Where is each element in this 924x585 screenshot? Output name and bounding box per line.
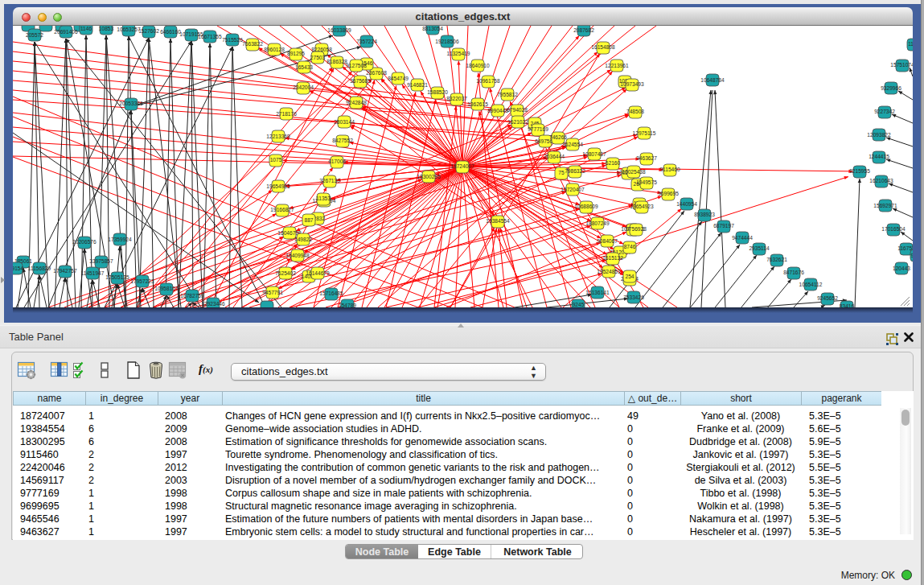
- svg-text:11451947: 11451947: [81, 270, 105, 276]
- svg-text:205572: 205572: [26, 32, 43, 38]
- svg-text:7533426: 7533426: [623, 295, 644, 300]
- svg-text:7357224: 7357224: [356, 39, 377, 44]
- svg-text:10653257: 10653257: [117, 27, 141, 32]
- svg-text:9474444: 9474444: [732, 235, 753, 241]
- svg-text:10654112: 10654112: [799, 282, 823, 287]
- svg-text:17957223: 17957223: [130, 278, 154, 284]
- svg-text:16144679: 16144679: [306, 270, 330, 276]
- svg-text:18300295: 18300295: [417, 174, 441, 179]
- svg-text:1362615: 1362615: [467, 101, 488, 107]
- svg-text:9084067: 9084067: [597, 238, 618, 244]
- svg-text:9329966: 9329966: [881, 85, 901, 91]
- svg-text:17942757: 17942757: [53, 268, 77, 274]
- svg-text:3624554: 3624554: [562, 142, 583, 147]
- svg-text:8454749: 8454749: [388, 76, 409, 81]
- svg-text:19166827: 19166827: [270, 207, 294, 212]
- svg-text:9115460: 9115460: [659, 167, 680, 172]
- svg-text:2036444: 2036444: [544, 154, 565, 159]
- svg-text:7663822: 7663822: [242, 41, 263, 47]
- svg-text:120443: 120443: [893, 266, 910, 271]
- svg-text:12213961: 12213961: [605, 63, 629, 68]
- svg-text:10807487: 10807487: [582, 151, 606, 157]
- svg-text:8186328: 8186328: [326, 59, 347, 64]
- svg-text:6466160: 6466160: [160, 29, 181, 35]
- svg-text:10688609: 10688609: [574, 204, 598, 209]
- svg-text:891295: 891295: [287, 51, 305, 56]
- svg-text:9127508: 9127508: [346, 63, 367, 68]
- svg-text:10973493: 10973493: [620, 81, 644, 87]
- svg-text:2087682: 2087682: [573, 27, 594, 33]
- svg-text:11325419: 11325419: [447, 51, 470, 56]
- svg-text:1621022: 1621022: [507, 119, 528, 125]
- svg-text:165433: 165433: [295, 64, 313, 70]
- svg-text:12505135: 12505135: [105, 274, 129, 280]
- svg-text:1075: 1075: [270, 157, 282, 163]
- svg-text:7632621: 7632621: [766, 257, 787, 262]
- svg-text:20206576: 20206576: [72, 239, 97, 245]
- svg-text:8813054: 8813054: [422, 26, 443, 31]
- svg-text:8960128: 8960128: [264, 47, 285, 52]
- svg-text:12923446: 12923446: [201, 301, 225, 307]
- svg-text:2342004: 2342004: [293, 84, 314, 90]
- svg-text:9245: 9245: [573, 302, 585, 307]
- svg-text:15136141: 15136141: [585, 290, 610, 295]
- svg-text:7955812: 7955812: [497, 92, 518, 97]
- svg-text:1949575: 1949575: [636, 179, 657, 185]
- svg-text:6879197: 6879197: [713, 223, 734, 229]
- svg-text:7986322: 7986322: [565, 168, 585, 174]
- svg-text:9463627: 9463627: [636, 155, 657, 161]
- svg-text:7515526: 7515526: [222, 37, 243, 43]
- svg-text:18640910: 18640910: [466, 63, 490, 68]
- svg-text:3267130: 3267130: [319, 178, 340, 183]
- svg-text:9756928: 9756928: [626, 226, 647, 232]
- svg-text:11353: 11353: [316, 196, 331, 201]
- svg-text:1615132: 1615132: [602, 255, 623, 261]
- svg-text:9227342: 9227342: [874, 109, 895, 114]
- svg-text:9242848: 9242848: [346, 100, 367, 105]
- svg-text:16409948: 16409948: [285, 253, 310, 258]
- svg-text:748508: 748508: [626, 109, 644, 114]
- svg-text:8215955: 8215955: [849, 168, 870, 174]
- svg-text:20053346: 20053346: [119, 101, 143, 106]
- svg-text:10648784: 10648784: [700, 77, 725, 83]
- svg-text:10958107: 10958107: [154, 286, 179, 291]
- svg-text:15720407: 15720407: [561, 187, 585, 192]
- svg-text:2803144: 2803144: [334, 119, 355, 125]
- svg-text:9699695: 9699695: [658, 191, 679, 196]
- svg-text:9457791: 9457791: [262, 290, 283, 295]
- svg-text:2367608: 2367608: [366, 70, 387, 76]
- svg-text:116753: 116753: [897, 245, 913, 251]
- svg-text:2935114: 2935114: [749, 245, 770, 251]
- svg-text:15716485: 15716485: [319, 290, 343, 296]
- svg-text:12093822: 12093822: [867, 132, 891, 138]
- svg-text:10025438: 10025438: [622, 169, 646, 175]
- svg-text:11156829: 11156829: [28, 266, 51, 271]
- svg-text:1440954: 1440954: [676, 201, 697, 207]
- svg-text:9777169: 9777169: [528, 126, 548, 132]
- svg-text:8427552: 8427552: [332, 138, 353, 143]
- svg-text:1244415: 1244415: [869, 154, 889, 159]
- svg-text:6794028: 6794028: [507, 107, 528, 113]
- svg-text:39154: 39154: [13, 266, 23, 271]
- svg-text:1146: 1146: [80, 26, 92, 31]
- svg-text:15692971: 15692971: [873, 203, 897, 208]
- svg-text:19384554: 19384554: [486, 218, 510, 224]
- svg-text:8322037: 8322037: [446, 96, 467, 101]
- svg-text:17016504: 17016504: [881, 226, 906, 232]
- svg-text:887: 887: [304, 217, 313, 223]
- svg-text:7625402: 7625402: [275, 270, 296, 276]
- svg-text:254: 254: [625, 274, 634, 279]
- svg-text:62160: 62160: [606, 160, 621, 166]
- svg-text:16210643: 16210643: [869, 178, 893, 183]
- svg-text:8746: 8746: [624, 244, 636, 249]
- svg-text:9964: 9964: [911, 253, 913, 258]
- svg-text:1527602: 1527602: [138, 28, 159, 34]
- svg-text:19654985: 19654985: [266, 183, 290, 189]
- svg-text:17359924: 17359924: [108, 237, 132, 242]
- svg-text:16782759: 16782759: [180, 293, 204, 299]
- svg-text:33975857: 33975857: [89, 258, 113, 264]
- svg-text:15751074: 15751074: [890, 62, 913, 68]
- svg-text:10853: 10853: [99, 26, 114, 31]
- svg-text:1588520: 1588520: [427, 89, 448, 95]
- svg-text:2718176: 2718176: [276, 111, 297, 117]
